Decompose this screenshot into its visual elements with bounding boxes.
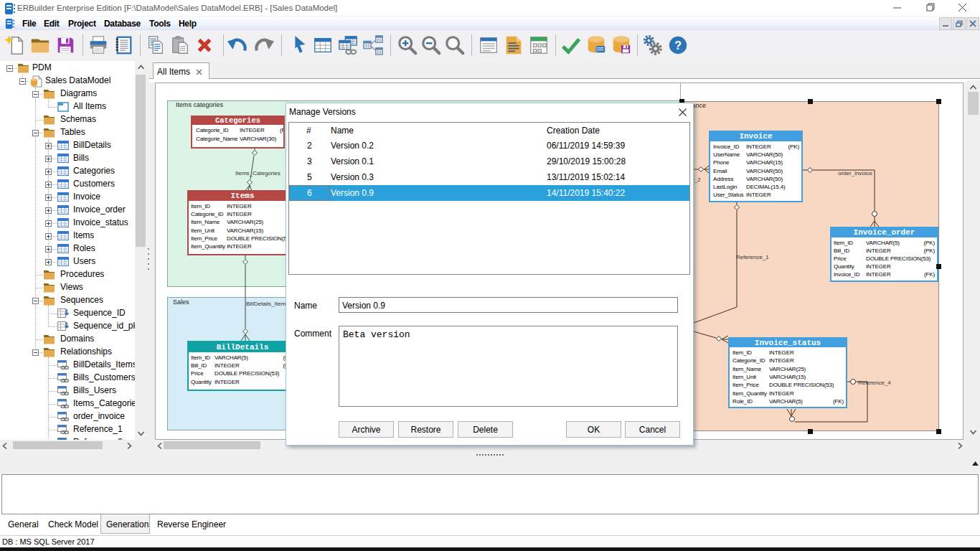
svg-text:?: ? [674, 39, 682, 52]
